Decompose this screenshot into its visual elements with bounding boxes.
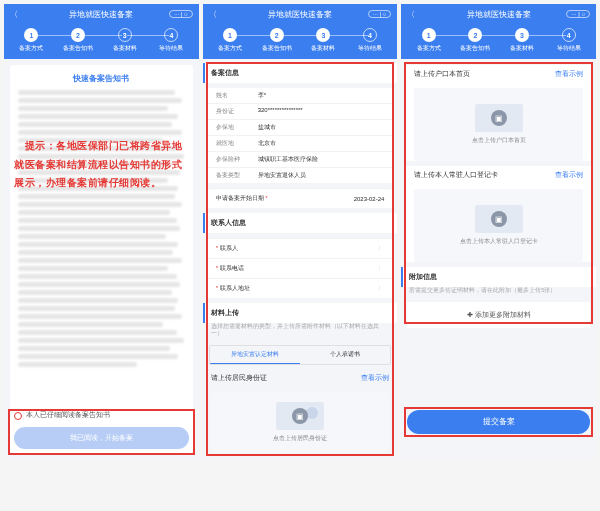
progress-steps: 1备案方式 2备案告知书 3备案材料 4等待结果: [4, 24, 199, 59]
progress-steps: 1备案方式 2备案告知书 3备案材料 4等待结果: [401, 24, 596, 59]
highlight-box: [206, 62, 395, 456]
app-header: 〈 异地就医快速备案 ··· | ○: [203, 4, 398, 24]
miniapp-menu[interactable]: ··· | ○: [566, 10, 590, 18]
radio-icon[interactable]: [14, 412, 22, 420]
screen-form: 〈 异地就医快速备案 ··· | ○ 1备案方式 2备案告知书 3备案材料 4等…: [203, 4, 398, 459]
agree-checkbox[interactable]: 本人已仔细阅读备案告知书: [8, 407, 195, 424]
header-title: 异地就医快速备案: [268, 9, 332, 20]
screen-upload: 〈 异地就医快速备案 ··· | ○ 1备案方式 2备案告知书 3备案材料 4等…: [401, 4, 596, 459]
agree-label: 本人已仔细阅读备案告知书: [26, 411, 110, 420]
camera-icon: ▣: [292, 408, 308, 424]
back-icon[interactable]: 〈: [10, 9, 18, 20]
camera-icon: ▣: [491, 211, 507, 227]
miniapp-menu[interactable]: ··· | ○: [169, 10, 193, 18]
camera-icon: ▣: [491, 110, 507, 126]
miniapp-menu[interactable]: ··· | ○: [368, 10, 392, 18]
notice-card: 快速备案告知书: [10, 65, 193, 453]
highlight-box: [404, 62, 593, 324]
header-title: 异地就医快速备案: [467, 9, 531, 20]
header-title: 异地就医快速备案: [69, 9, 133, 20]
submit-button[interactable]: 提交备案: [407, 410, 590, 434]
progress-steps: 1备案方式 2备案告知书 3备案材料 4等待结果: [203, 24, 398, 59]
app-header: 〈 异地就医快速备案 ··· | ○: [401, 4, 596, 24]
back-icon[interactable]: 〈: [407, 9, 415, 20]
screen-notice: 〈 异地就医快速备案 ··· | ○ 1备案方式 2备案告知书 3备案材料 4等…: [4, 4, 199, 459]
app-header: 〈 异地就医快速备案 ··· | ○: [4, 4, 199, 24]
start-button[interactable]: 我已阅读，开始备案: [14, 427, 189, 449]
notice-title: 快速备案告知书: [16, 73, 187, 84]
back-icon[interactable]: 〈: [209, 9, 217, 20]
